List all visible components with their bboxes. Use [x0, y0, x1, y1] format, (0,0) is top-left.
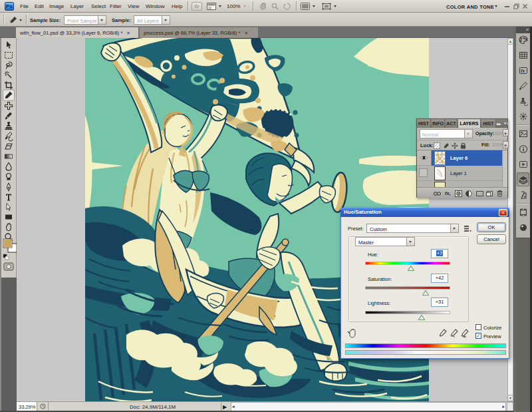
svg-text:fx: fx: [521, 69, 525, 73]
